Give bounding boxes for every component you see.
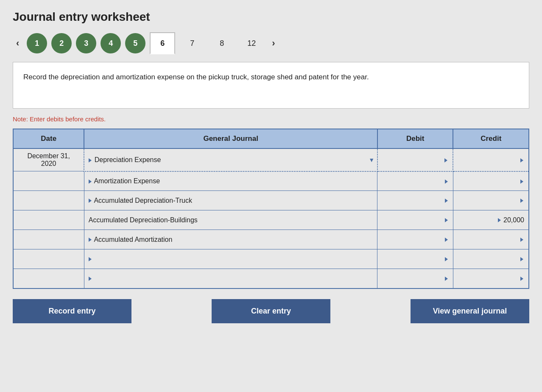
table-row: Accumulated Depreciation-Buildings 20,00…	[13, 210, 529, 230]
table-row: Accumulated Depreciation-Truck	[13, 191, 529, 210]
journal-cell-5[interactable]: Accumulated Amortization	[84, 230, 377, 249]
instruction-box: Record the depreciation and amortization…	[13, 62, 529, 109]
triangle-credit-2	[520, 179, 523, 184]
date-cell-5	[13, 230, 84, 249]
next-arrow[interactable]: ›	[268, 36, 278, 50]
triangle-debit-5	[445, 238, 448, 242]
date-cell-7	[13, 269, 84, 288]
note: Note: Enter debits before credits.	[13, 115, 529, 123]
credit-value-4: 20,000	[503, 216, 524, 224]
triangle-credit-7	[520, 277, 523, 281]
tab-5[interactable]: 5	[125, 33, 145, 53]
header-debit: Debit	[377, 129, 453, 148]
header-date: Date	[13, 129, 84, 148]
instruction-text: Record the depreciation and amortization…	[23, 73, 369, 81]
tab-8[interactable]: 8	[209, 32, 235, 54]
tab-2[interactable]: 2	[51, 33, 72, 53]
journal-cell-6[interactable]	[84, 249, 377, 269]
triangle-credit-1	[520, 158, 523, 162]
date-cell: December 31,2020	[13, 148, 84, 171]
record-entry-button[interactable]: Record entry	[13, 299, 131, 323]
triangle-debit-1	[444, 158, 447, 162]
tab-6-active[interactable]: 6	[150, 32, 175, 54]
table-row: Amortization Expense	[13, 171, 529, 191]
journal-cell-2[interactable]: Amortization Expense	[84, 171, 377, 191]
clear-entry-button[interactable]: Clear entry	[212, 299, 330, 323]
debit-cell-2[interactable]	[377, 171, 453, 191]
triangle-icon-7	[89, 277, 92, 281]
tab-1[interactable]: 1	[27, 33, 47, 53]
triangle-icon-6	[89, 257, 92, 261]
credit-cell-4[interactable]: 20,000	[453, 210, 529, 230]
tab-navigation: ‹ 1 2 3 4 5 6 7 8 12 ›	[13, 32, 529, 54]
debit-cell-4[interactable]	[377, 210, 453, 230]
triangle-debit-2	[445, 179, 448, 184]
header-journal: General Journal	[84, 129, 377, 148]
debit-cell-6[interactable]	[377, 249, 453, 269]
triangle-debit-6	[445, 257, 448, 261]
triangle-icon-3	[89, 199, 92, 203]
date-cell-2	[13, 171, 84, 191]
triangle-debit-7	[445, 277, 448, 281]
tab-12[interactable]: 12	[239, 32, 264, 54]
dropdown-icon-1[interactable]: ▼	[369, 157, 374, 163]
view-journal-button[interactable]: View general journal	[411, 299, 529, 323]
journal-cell-3[interactable]: Accumulated Depreciation-Truck	[84, 191, 377, 210]
debit-cell-5[interactable]	[377, 230, 453, 249]
journal-cell-1[interactable]: Depreciation Expense ▼	[84, 148, 377, 171]
credit-cell-3[interactable]	[453, 191, 529, 210]
tab-4[interactable]: 4	[101, 33, 121, 53]
triangle-icon-2	[89, 179, 92, 184]
date-cell-6	[13, 249, 84, 269]
journal-table: Date General Journal Debit Credit Decemb…	[13, 129, 529, 289]
tab-7[interactable]: 7	[179, 32, 205, 54]
header-credit: Credit	[453, 129, 529, 148]
date-cell-3	[13, 191, 84, 210]
debit-cell-1[interactable]	[377, 148, 453, 171]
table-row: December 31,2020 Depreciation Expense ▼	[13, 148, 529, 171]
table-row	[13, 269, 529, 288]
credit-cell-2[interactable]	[453, 171, 529, 191]
page-title: Journal entry worksheet	[13, 10, 529, 24]
triangle-credit-4	[498, 218, 501, 222]
triangle-credit-3	[520, 199, 523, 203]
journal-cell-7[interactable]	[84, 269, 377, 288]
bottom-buttons: Record entry Clear entry View general jo…	[13, 299, 529, 323]
journal-cell-4[interactable]: Accumulated Depreciation-Buildings	[84, 210, 377, 230]
date-cell-4	[13, 210, 84, 230]
table-row	[13, 249, 529, 269]
credit-cell-7[interactable]	[453, 269, 529, 288]
triangle-icon-1	[89, 158, 92, 162]
credit-cell-1[interactable]	[453, 148, 529, 171]
triangle-icon-5	[89, 238, 92, 242]
triangle-credit-5	[520, 238, 523, 242]
journal-text-1: Depreciation Expense	[95, 156, 161, 163]
prev-arrow[interactable]: ‹	[13, 36, 22, 50]
credit-cell-5[interactable]	[453, 230, 529, 249]
debit-cell-3[interactable]	[377, 191, 453, 210]
triangle-debit-3	[445, 199, 448, 203]
table-row: Accumulated Amortization	[13, 230, 529, 249]
tab-3[interactable]: 3	[76, 33, 96, 53]
triangle-debit-4	[445, 218, 448, 222]
triangle-credit-6	[520, 257, 523, 261]
debit-cell-7[interactable]	[377, 269, 453, 288]
credit-cell-6[interactable]	[453, 249, 529, 269]
